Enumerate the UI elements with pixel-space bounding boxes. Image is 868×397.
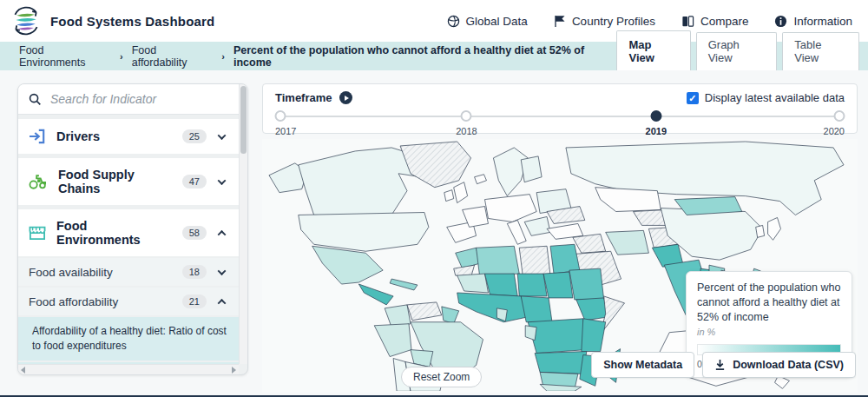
year-labels: 2017 2018 2019 2020 bbox=[275, 126, 845, 140]
view-tabs: Map View Graph View Table View bbox=[616, 42, 859, 70]
timeframe-panel: Timeframe ✓ Display latest available dat… bbox=[262, 83, 858, 134]
indicator-item[interactable]: Affordability of a healthy diet: Ratio o… bbox=[18, 317, 239, 361]
year-label-selected[interactable]: 2019 bbox=[646, 126, 667, 136]
section-label: Food Supply Chains bbox=[58, 168, 172, 195]
tab-table-view[interactable]: Table View bbox=[782, 32, 859, 70]
year-slider[interactable] bbox=[275, 109, 845, 123]
nav-label: Compare bbox=[700, 15, 749, 28]
choropleth-map-panel: Percent of the population who cannot aff… bbox=[262, 139, 858, 393]
nav-compare[interactable]: Compare bbox=[681, 15, 749, 28]
download-icon bbox=[714, 359, 726, 371]
search-icon bbox=[29, 93, 42, 106]
scrollbar-thumb[interactable] bbox=[240, 86, 247, 154]
logo-icon bbox=[10, 5, 42, 36]
breadcrumb-item-food-environments[interactable]: Food Environments bbox=[19, 44, 111, 69]
sidebar-section-food-supply-chains[interactable]: Food Supply Chains 47 bbox=[18, 158, 239, 205]
subsection-label: Food affordability bbox=[29, 295, 172, 308]
sidebar-subsection-food-availability[interactable]: Food availability 18 bbox=[18, 258, 239, 286]
section-label: Drivers bbox=[56, 129, 172, 143]
nav-label: Information bbox=[793, 15, 852, 28]
section-count-badge: 25 bbox=[182, 129, 207, 143]
chevron-down-icon bbox=[218, 267, 227, 275]
chevron-up-icon bbox=[218, 229, 227, 238]
indicator-tree: Drivers 25 Food Supply Chains 47 Food En… bbox=[18, 84, 239, 364]
top-navigation: Global Data Country Profiles Compare Inf… bbox=[447, 15, 852, 28]
app-title: Food Systems Dashboard bbox=[50, 14, 214, 29]
tab-map-view[interactable]: Map View bbox=[616, 30, 690, 70]
scroll-right-arrow-icon[interactable] bbox=[232, 367, 236, 374]
breadcrumb-separator: › bbox=[120, 51, 123, 62]
indicator-sidebar: Drivers 25 Food Supply Chains 47 Food En… bbox=[17, 83, 248, 375]
slider-knob-2018[interactable] bbox=[461, 110, 472, 122]
legend-unit: in % bbox=[697, 327, 841, 337]
year-label[interactable]: 2017 bbox=[275, 126, 296, 136]
breadcrumb-bar: Food Environments › Food affordability ›… bbox=[0, 42, 868, 70]
breadcrumb-item-food-affordability[interactable]: Food affordability bbox=[132, 44, 214, 69]
latest-data-checkbox-row[interactable]: ✓ Display latest available data bbox=[687, 91, 845, 104]
chevron-down-icon bbox=[218, 176, 227, 185]
nav-global-data[interactable]: Global Data bbox=[447, 15, 528, 28]
section-count-badge: 58 bbox=[182, 226, 207, 240]
chevron-down-icon bbox=[218, 131, 227, 140]
slider-track bbox=[280, 116, 839, 117]
subsection-count-badge: 18 bbox=[182, 265, 207, 279]
sidebar-section-drivers[interactable]: Drivers 25 bbox=[18, 119, 239, 154]
section-label: Food Environments bbox=[56, 219, 172, 247]
sidebar-subsection-food-affordability[interactable]: Food affordability 21 bbox=[18, 288, 239, 315]
section-count-badge: 47 bbox=[182, 175, 207, 189]
nav-label: Country Profiles bbox=[572, 15, 655, 28]
map-action-buttons: Show Metadata Download Data (CSV) bbox=[591, 352, 856, 378]
indicator-search-row bbox=[18, 84, 239, 115]
compare-icon bbox=[681, 15, 694, 28]
tractor-icon bbox=[29, 174, 48, 189]
subsection-count-badge: 21 bbox=[182, 294, 207, 308]
nav-label: Global Data bbox=[466, 15, 528, 28]
slider-knob-2019[interactable] bbox=[650, 110, 661, 122]
chevron-up-icon bbox=[218, 298, 227, 307]
slider-knob-2017[interactable] bbox=[275, 110, 286, 122]
reset-zoom-button[interactable]: Reset Zoom bbox=[401, 367, 482, 387]
breadcrumb-separator: › bbox=[221, 51, 225, 62]
checkbox-checked-icon[interactable]: ✓ bbox=[687, 92, 699, 104]
slider-knob-2020[interactable] bbox=[834, 110, 845, 122]
year-label[interactable]: 2020 bbox=[824, 126, 845, 136]
sidebar-horizontal-scrollbar[interactable] bbox=[18, 364, 239, 374]
sidebar-vertical-scrollbar[interactable] bbox=[239, 84, 247, 364]
flag-icon bbox=[554, 15, 566, 28]
download-data-label: Download Data (CSV) bbox=[733, 359, 844, 371]
app-logo[interactable]: Food Systems Dashboard bbox=[10, 5, 214, 36]
search-input[interactable] bbox=[50, 92, 228, 106]
food-systems-dashboard-page: Food Systems Dashboard Global Data Count… bbox=[0, 0, 868, 397]
timeframe-label: Timeframe bbox=[275, 91, 332, 104]
show-metadata-label: Show Metadata bbox=[603, 359, 682, 371]
year-label[interactable]: 2018 bbox=[456, 126, 477, 136]
download-data-button[interactable]: Download Data (CSV) bbox=[702, 352, 856, 378]
information-icon bbox=[774, 15, 787, 28]
tab-graph-view[interactable]: Graph View bbox=[696, 32, 778, 70]
drivers-icon bbox=[29, 129, 46, 144]
checkbox-label: Display latest available data bbox=[705, 91, 845, 104]
show-metadata-button[interactable]: Show Metadata bbox=[591, 352, 694, 378]
globe-icon bbox=[447, 15, 460, 28]
storefront-icon bbox=[29, 225, 46, 241]
breadcrumb-current-indicator: Percent of the population who cannot aff… bbox=[233, 44, 617, 69]
breadcrumb: Food Environments › Food affordability ›… bbox=[19, 44, 616, 69]
sidebar-section-food-environments[interactable]: Food Environments 58 bbox=[18, 209, 239, 256]
legend-title: Percent of the population who cannot aff… bbox=[697, 281, 841, 325]
subsection-label: Food availability bbox=[29, 266, 172, 279]
play-button[interactable] bbox=[339, 91, 352, 104]
nav-information[interactable]: Information bbox=[774, 15, 852, 28]
nav-country-profiles[interactable]: Country Profiles bbox=[554, 15, 655, 28]
scroll-left-arrow-icon[interactable] bbox=[21, 367, 25, 374]
